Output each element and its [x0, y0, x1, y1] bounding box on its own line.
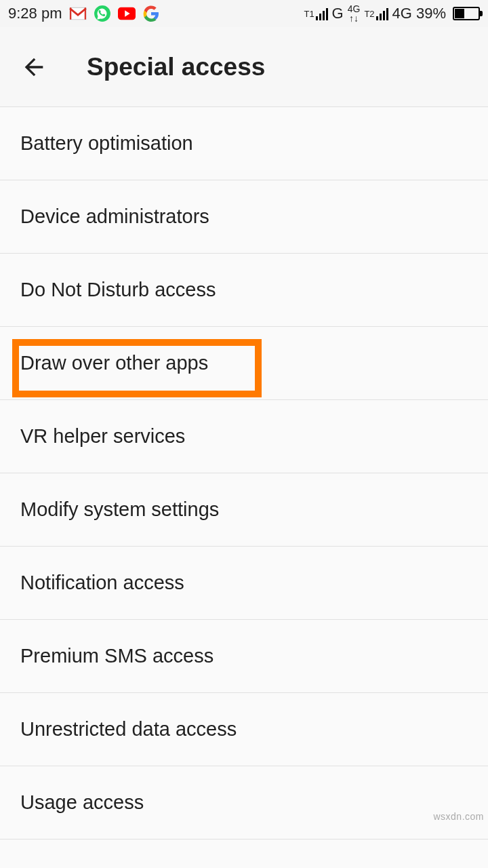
item-do-not-disturb[interactable]: Do Not Disturb access	[0, 254, 488, 327]
list-item-label: Draw over other apps	[20, 352, 208, 374]
item-unrestricted-data[interactable]: Unrestricted data access	[0, 693, 488, 766]
list-item-label: Usage access	[20, 791, 144, 814]
sim2-signal: T2	[364, 7, 388, 20]
signal-bar-icon	[316, 7, 328, 20]
page-title: Special access	[87, 53, 265, 81]
list-item-label: Premium SMS access	[20, 645, 214, 667]
status-bar: 9:28 pm T1 G 4G ↑↓ T2	[0, 0, 488, 27]
item-draw-over-apps[interactable]: Draw over other apps	[0, 327, 488, 400]
back-button[interactable]	[14, 47, 54, 87]
sim2-prefix: T2	[364, 9, 374, 18]
status-left: 9:28 pm	[8, 5, 160, 22]
gmail-icon	[69, 5, 87, 22]
battery-icon	[453, 7, 480, 20]
list-item-label: Do Not Disturb access	[20, 279, 216, 301]
item-vr-helper[interactable]: VR helper services	[0, 400, 488, 473]
battery-pct-label: 39%	[416, 5, 446, 22]
status-time: 9:28 pm	[8, 5, 62, 22]
google-icon	[142, 5, 160, 22]
status-right: T1 G 4G ↑↓ T2 4G 39%	[304, 4, 480, 23]
app-bar: Special access	[0, 27, 488, 107]
data-bottom: ↑↓	[349, 14, 359, 23]
sim1-signal: T1	[304, 7, 327, 20]
data-top: 4G	[348, 4, 361, 14]
sim2-net-label: 4G	[392, 5, 412, 22]
signal-bar-icon	[376, 7, 388, 20]
whatsapp-icon	[94, 5, 111, 22]
list-item-label: Battery optimisation	[20, 132, 193, 155]
list-item-label: VR helper services	[20, 425, 185, 448]
list-item-label: Notification access	[20, 572, 184, 594]
item-battery-optimisation[interactable]: Battery optimisation	[0, 107, 488, 180]
youtube-icon	[118, 5, 136, 22]
list-item-label: Device administrators	[20, 205, 209, 228]
item-notification-access[interactable]: Notification access	[0, 547, 488, 620]
item-device-administrators[interactable]: Device administrators	[0, 180, 488, 254]
item-modify-system[interactable]: Modify system settings	[0, 473, 488, 547]
item-premium-sms[interactable]: Premium SMS access	[0, 620, 488, 693]
data-indicator: 4G ↑↓	[348, 4, 361, 23]
sim1-prefix: T1	[304, 9, 314, 18]
sim1-net-label: G	[332, 5, 344, 22]
watermark: wsxdn.com	[433, 811, 484, 822]
list-item-label: Modify system settings	[20, 498, 219, 521]
arrow-left-icon	[20, 54, 47, 81]
item-usage-access[interactable]: Usage access	[0, 766, 488, 840]
settings-list: Battery optimisation Device administrato…	[0, 107, 488, 840]
list-item-label: Unrestricted data access	[20, 718, 237, 741]
